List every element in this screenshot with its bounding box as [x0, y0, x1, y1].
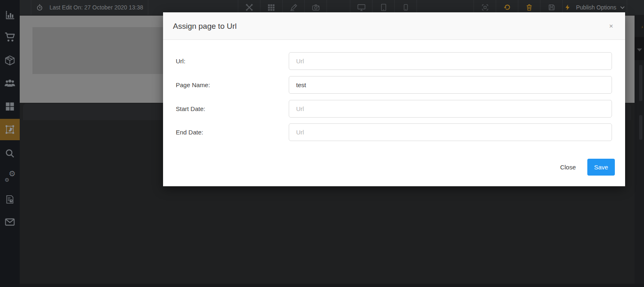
dimmed-right-panel: [635, 15, 644, 287]
pagebuilder-element-icon: [4, 124, 16, 135]
fit-screen-icon: [481, 3, 489, 12]
users-icon: [4, 77, 16, 89]
camera-icon: [312, 3, 320, 12]
end-date-label: End Date:: [176, 123, 203, 141]
products-cube-icon: [4, 55, 16, 66]
lightning-icon: [564, 3, 571, 12]
divider: [148, 0, 148, 15]
app-window: Last Edit On: 27 October 2020 13:38: [0, 0, 644, 287]
search-icon: [4, 148, 16, 159]
report-document-icon: [5, 194, 15, 205]
sidebar-item-statistics[interactable]: [0, 4, 20, 25]
modal-footer: Close Save: [163, 159, 625, 176]
modal-title: Assign page to Url: [173, 12, 237, 40]
start-date-input[interactable]: [289, 100, 612, 118]
trash-icon: [525, 3, 533, 12]
start-date-label: Start Date:: [176, 100, 205, 118]
url-input[interactable]: [289, 52, 612, 70]
divider: [627, 0, 627, 15]
clock-icon: [36, 4, 44, 12]
close-icon[interactable]: ×: [607, 22, 615, 30]
sidebar-item-users[interactable]: [0, 72, 20, 94]
sidebar-item-products[interactable]: [0, 50, 20, 71]
dropdown-arrow-icon: [637, 49, 642, 51]
mail-icon: [4, 216, 16, 228]
sidebar-item-mail[interactable]: [0, 211, 20, 233]
grid-icon: [267, 4, 275, 12]
sidebar-item-reports[interactable]: [0, 189, 20, 210]
save-button[interactable]: Save: [587, 159, 615, 176]
window-bottom-edge: [0, 284, 644, 287]
statistics-icon: [5, 9, 16, 21]
end-date-input[interactable]: [289, 123, 612, 141]
sidebar-item-settings[interactable]: ⚙ ⚙: [0, 166, 20, 187]
page-name-label: Page Name:: [176, 76, 210, 94]
url-field-row: Url:: [163, 52, 625, 70]
save-disk-icon: [547, 3, 556, 12]
chevron-down-icon: [620, 6, 625, 9]
modal-header: Assign page to Url ×: [163, 12, 625, 40]
cart-icon: [4, 31, 16, 43]
widgets-icon: [5, 101, 15, 112]
assign-page-modal: Assign page to Url × Url: Page Name: Sta…: [163, 12, 625, 186]
last-edit-label: Last Edit On: 27 October 2020 13:38: [49, 4, 143, 11]
joomla-icon: [245, 3, 253, 12]
sidebar-item-shop[interactable]: [0, 26, 20, 48]
sidebar-item-pagebuilder[interactable]: [0, 119, 20, 140]
end-date-field-row: End Date:: [163, 123, 625, 141]
spark-icon: [641, 25, 644, 30]
settings-gears-icon: ⚙ ⚙: [4, 171, 16, 182]
close-button[interactable]: Close: [554, 160, 582, 175]
page-name-input[interactable]: [289, 76, 612, 94]
desktop-icon: [357, 3, 366, 12]
tablet-icon: [380, 3, 388, 12]
url-label: Url:: [176, 52, 185, 70]
sidebar-item-search[interactable]: [0, 143, 20, 164]
scrollbar[interactable]: [639, 65, 642, 101]
sidebar-item-widgets[interactable]: [0, 96, 20, 117]
publish-options-label: Publish Options: [576, 4, 616, 11]
page-name-field-row: Page Name:: [163, 76, 625, 94]
mobile-icon: [402, 3, 409, 12]
scrollbar[interactable]: [639, 115, 642, 140]
start-date-field-row: Start Date:: [163, 100, 625, 118]
design-pencil-icon: [290, 3, 298, 12]
left-sidebar: ⚙ ⚙: [0, 0, 20, 287]
undo-icon: [503, 3, 511, 12]
last-edit-info: Last Edit On: 27 October 2020 13:38: [31, 0, 148, 15]
